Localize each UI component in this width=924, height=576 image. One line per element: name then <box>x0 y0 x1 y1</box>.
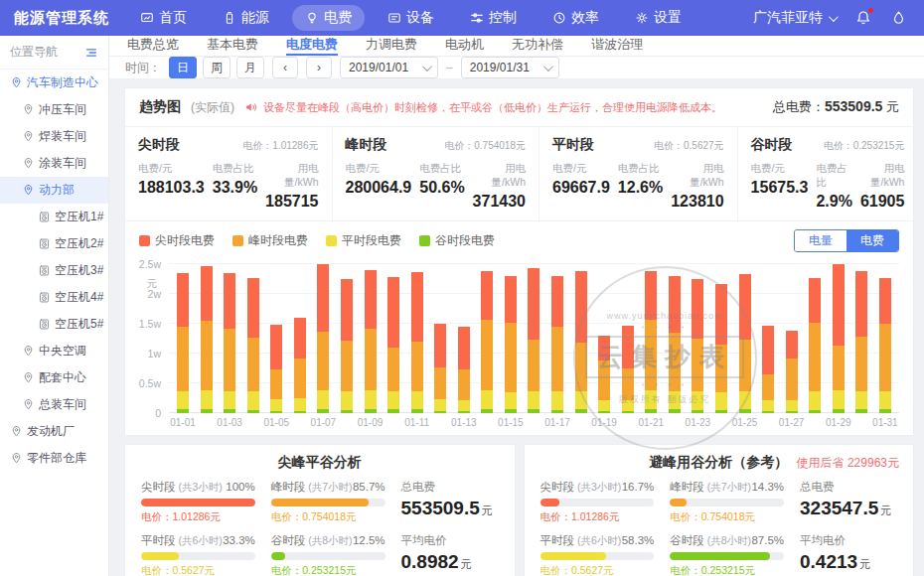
period-ratio-col: 电费占比2.9% <box>816 162 851 211</box>
period-usage-value: 371430 <box>473 193 526 211</box>
location-pin-icon <box>22 103 35 116</box>
bar-01-10 <box>387 277 399 413</box>
tab-无功补偿[interactable]: 无功补偿 <box>512 36 563 56</box>
period-usage-value: 123810 <box>671 193 723 211</box>
bar-segment <box>528 268 539 339</box>
period-fee-value: 280064.9 <box>346 179 412 197</box>
bar-segment <box>809 410 821 413</box>
bar-segment <box>786 411 798 413</box>
bar-01-30 <box>855 271 867 413</box>
bar-segment <box>458 327 470 369</box>
toggle-option-电量[interactable]: 电量 <box>795 230 847 251</box>
toggle-option-电费[interactable]: 电费 <box>847 230 898 251</box>
bar-segment <box>622 368 634 400</box>
progress-header: 峰时段(共7小时)14.3% <box>670 480 784 495</box>
x-tick: 01-09 <box>365 417 377 429</box>
sidebar-item-涂装车间[interactable]: 涂装车间 <box>0 150 108 177</box>
tab-电动机[interactable]: 电动机 <box>445 36 484 56</box>
next-period-button[interactable]: › <box>306 57 332 78</box>
sidebar-item-空压机2#[interactable]: 空压机2# <box>0 230 108 257</box>
sidebar-item-label: 焊装车间 <box>39 128 86 145</box>
x-axis: 01-0101-0301-0501-0701-0901-1101-1301-15… <box>169 417 899 429</box>
sidebar-item-空压机4#[interactable]: 空压机4# <box>0 284 108 311</box>
legend-item-谷时段电费[interactable]: 谷时段电费 <box>419 232 495 249</box>
period-fee-label: 电费/元 <box>346 162 412 176</box>
bar-segment <box>786 359 798 401</box>
sidebar-item-零件部仓库[interactable]: 零件部仓库 <box>0 445 108 472</box>
sidebar-collapse-icon[interactable] <box>84 46 98 60</box>
company-switcher[interactable]: 广汽菲亚特 <box>753 9 836 27</box>
bar-segment <box>341 279 353 341</box>
speaker-icon <box>244 100 258 114</box>
x-tick-label: 01-13 <box>451 417 477 428</box>
stat-number: 0.4213 <box>800 551 857 572</box>
progress-track <box>540 499 655 506</box>
progress-label: 尖时段(共3小时) <box>141 480 223 495</box>
mode-button-日[interactable]: 日 <box>169 57 197 78</box>
tab-力调电费[interactable]: 力调电费 <box>366 36 417 56</box>
bar-segment <box>879 409 891 413</box>
location-sidebar: 位置导航 汽车制造中心冲压车间焊装车间涂装车间动力部空压机1#空压机2#空压机3… <box>0 36 109 576</box>
bar-segment <box>294 398 306 411</box>
x-tick <box>434 417 446 429</box>
sidebar-item-焊装车间[interactable]: 焊装车间 <box>0 123 108 150</box>
sidebar-item-配套中心[interactable]: 配套中心 <box>0 364 108 391</box>
bar-segment <box>855 409 867 413</box>
water-drop-icon[interactable] <box>891 10 906 26</box>
nav-item-能源[interactable]: 能源 <box>210 5 282 31</box>
progress-header: 谷时段(共8小时)87.5% <box>670 533 784 548</box>
nav-item-效率[interactable]: 效率 <box>539 5 612 31</box>
tab-电度电费[interactable]: 电度电费 <box>286 36 338 56</box>
analysis-grid: 尖时段(共3小时)16.7%电价：1.01286元峰时段(共7小时)14.3%电… <box>540 480 898 576</box>
period-usage-col: 用电量/kWh61905 <box>860 162 905 211</box>
bar-segment <box>317 390 329 410</box>
legend-swatch <box>419 235 430 246</box>
bar-segment <box>551 276 563 327</box>
tab-电费总览[interactable]: 电费总览 <box>127 36 179 56</box>
nav-item-控制[interactable]: 控制 <box>457 5 530 31</box>
tab-基本电费[interactable]: 基本电费 <box>207 36 258 56</box>
nav-item-首页[interactable]: 首页 <box>127 5 200 31</box>
period-ratio-label: 电费占比 <box>213 162 257 176</box>
bar-01-20 <box>622 326 634 413</box>
meter-icon <box>38 211 51 223</box>
progress-period-name: 尖时段 <box>540 481 575 493</box>
sidebar-item-汽车制造中心[interactable]: 汽车制造中心 <box>0 70 108 96</box>
bar-segment <box>598 411 610 413</box>
x-tick <box>715 417 727 429</box>
legend-item-峰时段电费[interactable]: 峰时段电费 <box>232 232 308 249</box>
end-date-select[interactable]: 2019/01/31 <box>461 57 559 78</box>
sidebar-item-空压机5#[interactable]: 空压机5# <box>0 311 108 338</box>
sidebar-item-中央空调[interactable]: 中央空调 <box>0 338 108 364</box>
bar-01-04 <box>247 278 259 413</box>
sidebar-item-冲压车间[interactable]: 冲压车间 <box>0 96 108 123</box>
x-tick-label: 01-19 <box>591 417 617 428</box>
sidebar-item-动力部[interactable]: 动力部 <box>0 177 108 204</box>
nav-item-设置[interactable]: 设置 <box>622 5 694 31</box>
bar-segment <box>270 369 282 400</box>
sidebar-item-空压机3#[interactable]: 空压机3# <box>0 257 108 284</box>
sidebar-item-总装车间[interactable]: 总装车间 <box>0 391 108 418</box>
start-date-select[interactable]: 2019/01/01 <box>340 57 438 78</box>
mode-button-周[interactable]: 周 <box>203 57 231 78</box>
nav-item-电费[interactable]: 电费 <box>292 5 365 31</box>
notifications-button[interactable] <box>855 10 871 26</box>
progress-label: 尖时段(共3小时) <box>540 480 622 495</box>
nav-item-label: 首页 <box>159 9 187 27</box>
bar-01-22 <box>669 276 681 413</box>
sidebar-item-空压机1#[interactable]: 空压机1# <box>0 204 108 230</box>
prev-period-button[interactable]: ‹ <box>272 57 298 78</box>
bar-01-14 <box>481 271 493 413</box>
nav-item-设备[interactable]: 设备 <box>375 5 447 31</box>
tab-谐波治理[interactable]: 谐波治理 <box>591 36 643 56</box>
legend-item-尖时段电费[interactable]: 尖时段电费 <box>139 232 215 249</box>
bar-segment <box>879 391 891 409</box>
sidebar-item-发动机厂[interactable]: 发动机厂 <box>0 418 108 445</box>
x-tick: 01-25 <box>739 417 751 429</box>
stat-label: 平均电价 <box>401 533 499 548</box>
mode-button-月[interactable]: 月 <box>236 57 264 78</box>
bar-segment <box>528 340 539 391</box>
legend-item-平时段电费[interactable]: 平时段电费 <box>326 232 401 249</box>
sidebar-item-label: 配套中心 <box>39 369 86 386</box>
period-ratio-col: 电费占比50.6% <box>419 162 464 211</box>
